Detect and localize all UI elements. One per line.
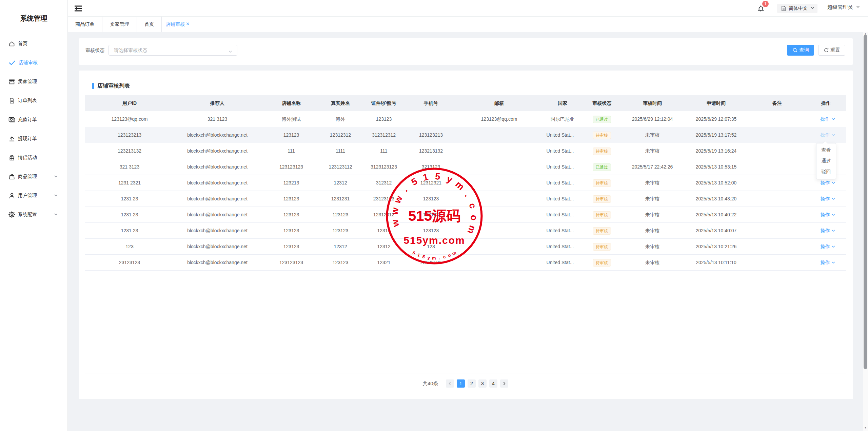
svg-text:.: . <box>463 191 473 198</box>
svg-text:.: . <box>400 185 410 194</box>
svg-text:o: o <box>447 252 452 258</box>
svg-text:515源码: 515源码 <box>408 208 460 224</box>
svg-text:5: 5 <box>410 176 419 187</box>
svg-text:c: c <box>467 202 478 210</box>
svg-text:5: 5 <box>422 254 426 259</box>
svg-text:y: y <box>445 174 454 185</box>
svg-text:m: m <box>451 250 457 256</box>
svg-text:o: o <box>469 215 479 221</box>
svg-text:w: w <box>390 207 401 216</box>
svg-text:1: 1 <box>417 252 421 258</box>
svg-text:y: y <box>427 255 431 260</box>
svg-text:w: w <box>390 218 401 228</box>
svg-text:515ym.com: 515ym.com <box>403 235 465 246</box>
svg-text:5: 5 <box>412 250 416 256</box>
svg-text:1: 1 <box>422 172 429 183</box>
svg-text:.: . <box>438 255 440 260</box>
svg-text:c: c <box>442 254 446 259</box>
svg-text:m: m <box>466 224 478 235</box>
svg-text:m: m <box>432 255 436 260</box>
svg-text:5: 5 <box>435 171 440 182</box>
svg-text:w: w <box>392 194 405 205</box>
svg-text:m: m <box>453 179 466 192</box>
